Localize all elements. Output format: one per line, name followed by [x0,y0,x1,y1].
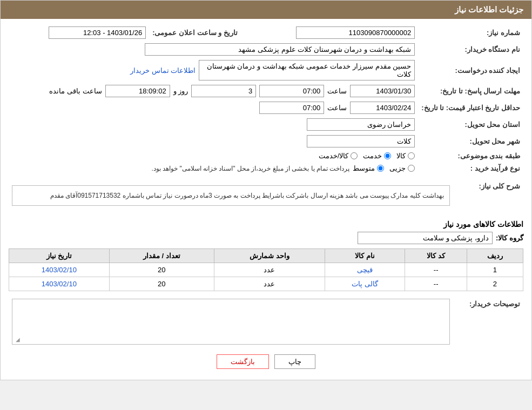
delivery-province-label: استان محل تحویل: [418,116,523,133]
cell-date: 1403/02/10 [9,277,110,291]
price-time-value: 07:00 [259,102,324,114]
category-radio-kala[interactable] [408,152,415,159]
process-radio-jozyi[interactable] [408,165,415,172]
delivery-city-value: کلات [307,135,415,147]
requester-value: حسین مقدم سیرزار خدمات عمومی شبکه بهداشت… [199,60,415,80]
response-time-label: ساعت [327,87,347,95]
delivery-city-label: شهر محل تحویل: [418,133,523,150]
cell-product-name[interactable]: گالی پات [325,277,405,291]
price-date-value: 1403/02/24 [350,102,415,114]
goods-table: ردیف کد کالا نام کالا واحد شمارش تعداد /… [9,248,523,291]
cell-product-code: -- [405,263,467,277]
goods-section-title: اطلاعات کالاهای مورد نیاز [9,220,523,228]
resize-handle-icon: ◢ [14,337,20,343]
cell-unit: عدد [214,263,325,277]
buyer-comments-label: توصیحات خریدار: [453,297,523,347]
col-product-name: نام کالا [325,249,405,263]
response-day-value: 3 [191,85,256,97]
response-date-value: 1403/01/30 [350,85,415,97]
col-unit: واحد شمارش [214,249,325,263]
process-option-motavasset[interactable]: متوسط [353,164,384,172]
table-row: 1 -- قیچی عدد 20 1403/02/10 [9,263,523,277]
cell-qty: 20 [109,277,214,291]
table-row: 2 -- گالی پات عدد 20 1403/02/10 [9,277,523,291]
cell-unit: عدد [214,277,325,291]
requester-label: ایجاد کننده درخواست: [418,58,523,83]
price-deadline-label: حداقل تاریخ اعتبار قیمت: تا تاریخ: [418,99,523,116]
order-number-label: شماره نیاز: [418,24,523,41]
description-text: بهداشت کلیه مدارک پیوست می باشد هزینه ار… [12,185,450,206]
process-label-motavasset: متوسط [353,164,375,172]
process-radio-motavasset[interactable] [377,165,384,172]
col-qty: تعداد / مقدار [109,249,214,263]
category-label-kala-khedmat: کالا/خدمت [319,152,349,160]
category-radio-group: کالا خدمت کالا/خدمت [12,152,415,160]
buyer-comments-textarea[interactable] [12,299,449,342]
process-label: نوع فرآیند خرید : [418,162,523,174]
announcement-label: تاریخ و ساعت اعلان عمومی: [149,24,248,41]
description-label: شرح کلی نیاز: [453,179,523,212]
page-header: جزئیات اطلاعات نیاز [1,1,531,19]
cell-row-num: 2 [467,277,523,291]
buyer-comments-box[interactable]: ◢ [12,299,450,345]
price-time-label: ساعت [327,104,347,112]
process-radio-group: جزیی متوسط [353,164,415,172]
process-option-jozyi[interactable]: جزیی [389,164,415,172]
announcement-value: 1403/01/26 - 12:03 [49,26,146,39]
col-row-num: ردیف [467,249,523,263]
cell-product-code: -- [405,277,467,291]
delivery-province-value: خراسان رضوی [307,118,415,131]
buyer-name-label: نام دستگاه خریدار: [418,41,523,58]
buyer-name-value: شبکه بهداشت و درمان شهرستان کلات علوم پز… [145,43,415,56]
col-product-code: کد کالا [405,249,467,263]
cell-date: 1403/02/10 [9,263,110,277]
cell-qty: 20 [109,263,214,277]
process-note: پرداخت تمام یا بخشی از مبلغ خرید،از محل … [151,165,349,172]
cell-product-name[interactable]: قیچی [325,263,405,277]
response-remaining-label: ساعت باقی مانده [49,87,102,95]
category-label-kala: کالا [396,152,406,160]
buttons-row: چاپ بازگشت [9,354,523,369]
category-radio-khedmat[interactable] [384,152,391,159]
response-day-label: روز و [173,87,188,95]
goods-group-value: دارو، پزشکی و سلامت [358,232,493,244]
requester-contact-link[interactable]: اطلاعات تماس خریدار [130,66,196,75]
process-label-jozyi: جزیی [389,164,406,172]
category-option-khedmat[interactable]: خدمت [363,152,391,160]
goods-group-label: گروه کالا: [496,234,523,242]
order-number-value: 1103090870000002 [296,26,415,39]
response-time-value: 07:00 [259,85,324,97]
col-date: تاریخ نیاز [9,249,110,263]
page-title: جزئیات اطلاعات نیاز [455,5,523,14]
response-deadline-label: مهلت ارسال پاسخ: تا تاریخ: [418,83,523,99]
category-radio-kala-khedmat[interactable] [351,152,358,159]
response-remaining-value: 18:09:02 [105,85,170,97]
category-option-kala[interactable]: کالا [396,152,415,160]
print-button[interactable]: چاپ [274,354,315,369]
category-label: طبقه بندی موضوعی: [418,150,523,162]
cell-row-num: 1 [467,263,523,277]
category-option-kala-khedmat[interactable]: کالا/خدمت [319,152,358,160]
category-label-khedmat: خدمت [363,152,382,160]
back-button[interactable]: بازگشت [217,354,269,369]
